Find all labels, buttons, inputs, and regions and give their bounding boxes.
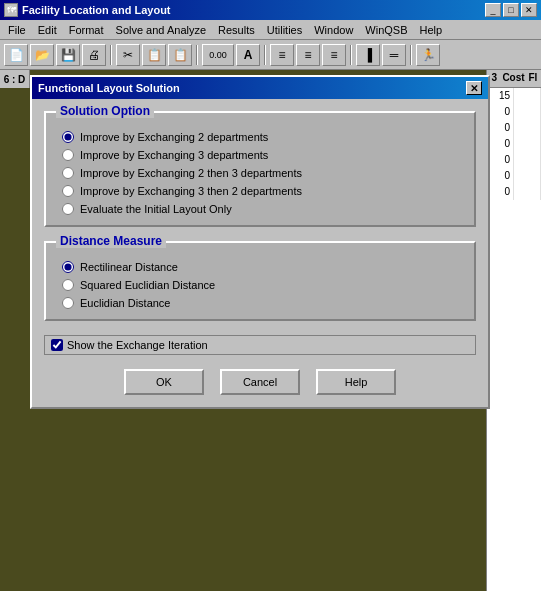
cell-row7-fl [514, 184, 541, 200]
col-3-header: 3 [489, 72, 500, 85]
toolbar-align-left[interactable]: ≡ [270, 44, 294, 66]
toolbar-new[interactable]: 📄 [4, 44, 28, 66]
main-content: 3 Cost Fl 15 0 0 0 0 0 0 [0, 70, 541, 591]
sheet-row-7: 0 [487, 184, 541, 200]
solution-label-5: Evaluate the Initial Layout Only [80, 203, 232, 215]
distance-label-3: Euclidian Distance [80, 297, 171, 309]
sheet-row-1: 15 [487, 88, 541, 104]
toolbar-font[interactable]: A [236, 44, 260, 66]
toolbar: 📄 📂 💾 🖨 ✂ 📋 📋 0.00 A ≡ ≡ ≡ ▐ ═ 🏃 [0, 40, 541, 70]
solution-label-1: Improve by Exchanging 2 departments [80, 131, 268, 143]
toolbar-solve[interactable]: 🏃 [416, 44, 440, 66]
solution-label-4: Improve by Exchanging 3 then 2 departmen… [80, 185, 302, 197]
toolbar-print[interactable]: 🖨 [82, 44, 106, 66]
menu-utilities[interactable]: Utilities [261, 22, 308, 38]
menu-solve-analyze[interactable]: Solve and Analyze [110, 22, 213, 38]
toolbar-save[interactable]: 💾 [56, 44, 80, 66]
toolbar-align-right[interactable]: ≡ [322, 44, 346, 66]
col-cost-header: Cost [502, 72, 525, 85]
minimize-button[interactable]: _ [485, 3, 501, 17]
dialog-close-button[interactable]: ✕ [466, 81, 482, 95]
menu-window[interactable]: Window [308, 22, 359, 38]
separator-1 [110, 45, 112, 65]
solution-option-section: Solution Option Improve by Exchanging 2 … [44, 111, 476, 227]
toolbar-open[interactable]: 📂 [30, 44, 54, 66]
show-exchange-label: Show the Exchange Iteration [67, 339, 208, 351]
close-button[interactable]: ✕ [521, 3, 537, 17]
menu-file[interactable]: File [2, 22, 32, 38]
row-indicator: 6 : D [0, 70, 30, 88]
solution-option-1[interactable]: Improve by Exchanging 2 departments [62, 131, 458, 143]
cell-row5-fl [514, 152, 541, 168]
ok-button[interactable]: OK [124, 369, 204, 395]
menu-help[interactable]: Help [414, 22, 449, 38]
cell-row3-cost: 0 [487, 120, 514, 136]
menu-edit[interactable]: Edit [32, 22, 63, 38]
solution-option-3[interactable]: Improve by Exchanging 2 then 3 departmen… [62, 167, 458, 179]
dialog-body: Solution Option Improve by Exchanging 2 … [32, 99, 488, 407]
sheet-row-4: 0 [487, 136, 541, 152]
distance-radio-1[interactable] [62, 261, 74, 273]
dialog-functional-layout: Functional Layout Solution ✕ Solution Op… [30, 75, 490, 409]
cell-row5-cost: 0 [487, 152, 514, 168]
col-fl-header: Fl [528, 72, 539, 85]
toolbar-copy[interactable]: 📋 [142, 44, 166, 66]
toolbar-paste[interactable]: 📋 [168, 44, 192, 66]
solution-option-2[interactable]: Improve by Exchanging 3 departments [62, 149, 458, 161]
distance-radio-2[interactable] [62, 279, 74, 291]
solution-radio-2[interactable] [62, 149, 74, 161]
cell-row6-cost: 0 [487, 168, 514, 184]
toolbar-border[interactable]: ▐ [356, 44, 380, 66]
solution-radio-4[interactable] [62, 185, 74, 197]
cancel-button[interactable]: Cancel [220, 369, 300, 395]
help-button[interactable]: Help [316, 369, 396, 395]
sheet-header: 3 Cost Fl [487, 70, 541, 88]
solution-radio-3[interactable] [62, 167, 74, 179]
app-title-bar: 🗺 Facility Location and Layout _ □ ✕ [0, 0, 541, 20]
solution-option-5[interactable]: Evaluate the Initial Layout Only [62, 203, 458, 215]
distance-measure-section: Distance Measure Rectilinear Distance Sq… [44, 241, 476, 321]
distance-measure-title: Distance Measure [56, 234, 166, 248]
toolbar-cut[interactable]: ✂ [116, 44, 140, 66]
menu-bar: File Edit Format Solve and Analyze Resul… [0, 20, 541, 40]
maximize-button[interactable]: □ [503, 3, 519, 17]
solution-radio-5[interactable] [62, 203, 74, 215]
menu-format[interactable]: Format [63, 22, 110, 38]
cell-row4-cost: 0 [487, 136, 514, 152]
sheet-row-2: 0 [487, 104, 541, 120]
solution-radio-1[interactable] [62, 131, 74, 143]
distance-option-2[interactable]: Squared Euclidian Distance [62, 279, 458, 291]
solution-label-2: Improve by Exchanging 3 departments [80, 149, 268, 161]
spreadsheet-background: 3 Cost Fl 15 0 0 0 0 0 0 [486, 70, 541, 591]
app-icon: 🗺 [4, 3, 18, 17]
toolbar-hline[interactable]: ═ [382, 44, 406, 66]
menu-results[interactable]: Results [212, 22, 261, 38]
cell-row2-cost: 0 [487, 104, 514, 120]
distance-label-1: Rectilinear Distance [80, 261, 178, 273]
distance-option-3[interactable]: Euclidian Distance [62, 297, 458, 309]
dialog-title-bar: Functional Layout Solution ✕ [32, 77, 488, 99]
dialog-button-row: OK Cancel Help [44, 369, 476, 395]
cell-row3-fl [514, 120, 541, 136]
separator-4 [350, 45, 352, 65]
solution-label-3: Improve by Exchanging 2 then 3 departmen… [80, 167, 302, 179]
sheet-row-6: 0 [487, 168, 541, 184]
separator-3 [264, 45, 266, 65]
toolbar-align-center[interactable]: ≡ [296, 44, 320, 66]
solution-option-title: Solution Option [56, 104, 154, 118]
menu-winqsb[interactable]: WinQSB [359, 22, 413, 38]
distance-measure-group: Rectilinear Distance Squared Euclidian D… [62, 253, 458, 309]
separator-5 [410, 45, 412, 65]
cell-row4-fl [514, 136, 541, 152]
show-exchange-checkbox[interactable] [51, 339, 63, 351]
distance-option-1[interactable]: Rectilinear Distance [62, 261, 458, 273]
dialog-title: Functional Layout Solution [38, 82, 462, 94]
solution-option-4[interactable]: Improve by Exchanging 3 then 2 departmen… [62, 185, 458, 197]
cell-row1-fl [514, 88, 541, 104]
title-bar-buttons: _ □ ✕ [485, 3, 537, 17]
cell-row6-fl [514, 168, 541, 184]
cell-row1-cost: 15 [487, 88, 514, 104]
toolbar-format-num[interactable]: 0.00 [202, 44, 234, 66]
distance-radio-3[interactable] [62, 297, 74, 309]
sheet-row-3: 0 [487, 120, 541, 136]
